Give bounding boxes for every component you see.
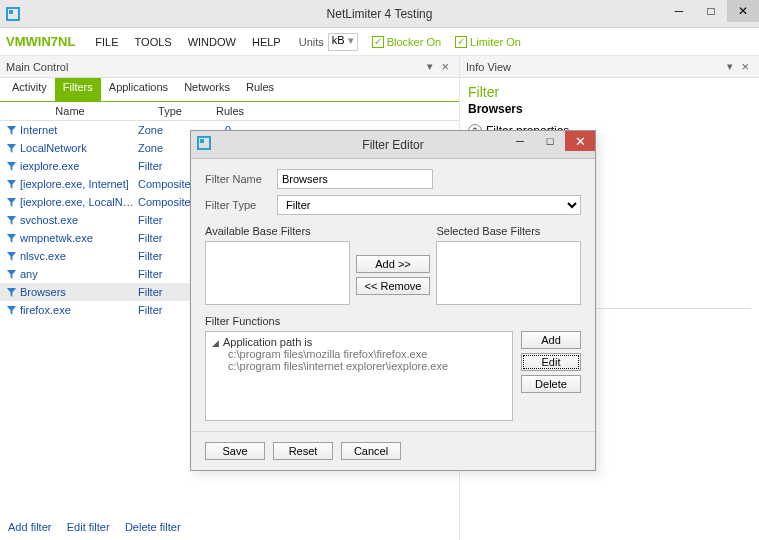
window-controls: ─ □ ✕ (663, 0, 759, 28)
selected-filters-label: Selected Base Filters (436, 225, 581, 237)
col-name[interactable]: Name (0, 102, 140, 120)
filter-functions-tree[interactable]: ◢Application path is c:\program files\mo… (205, 331, 513, 421)
row-name: LocalNetwork (18, 142, 138, 154)
row-type: Zone (138, 142, 198, 154)
row-name: [iexplore.exe, LocalNet… (18, 196, 138, 208)
dialog-title: Filter Editor (362, 138, 423, 152)
add-function-button[interactable]: Add (521, 331, 581, 349)
filter-name-label: Filter Name (205, 173, 277, 185)
row-name: Internet (18, 124, 138, 136)
app-icon (6, 7, 20, 21)
tab-networks[interactable]: Networks (176, 78, 238, 101)
row-type: Filter (138, 304, 198, 316)
pin-icon[interactable]: ▾ (723, 60, 737, 73)
row-name: wmpnetwk.exe (18, 232, 138, 244)
grid-header: Name Type Rules (0, 102, 459, 121)
pane-header: Main Control ▾ × (0, 56, 459, 78)
filter-type-select[interactable]: Filter (277, 195, 581, 215)
tab-strip: Activity Filters Applications Networks R… (0, 78, 459, 102)
cancel-button[interactable]: Cancel (341, 442, 401, 460)
available-filters-label: Available Base Filters (205, 225, 350, 237)
info-subheading: Browsers (460, 102, 759, 122)
save-button[interactable]: Save (205, 442, 265, 460)
row-name: any (18, 268, 138, 280)
tab-rules[interactable]: Rules (238, 78, 282, 101)
row-type: Filter (138, 250, 198, 262)
row-type: Filter (138, 232, 198, 244)
pane-title: Info View (466, 61, 511, 73)
funnel-icon (4, 214, 18, 227)
funnel-icon (4, 124, 18, 137)
tree-node[interactable]: ◢Application path is (212, 336, 506, 348)
minimize-button[interactable]: ─ (505, 131, 535, 151)
filter-type-label: Filter Type (205, 199, 277, 211)
limiter-toggle[interactable]: Limiter On (455, 36, 521, 48)
col-type[interactable]: Type (140, 102, 200, 120)
close-pane-icon[interactable]: × (737, 59, 753, 74)
funnel-icon (4, 196, 18, 209)
titlebar: NetLimiter 4 Testing ─ □ ✕ (0, 0, 759, 28)
available-filters-list[interactable] (205, 241, 350, 305)
close-button[interactable]: ✕ (727, 0, 759, 22)
units-select[interactable]: kB ▾ (328, 33, 358, 51)
funnel-icon (4, 286, 18, 299)
svg-rect-1 (9, 10, 13, 14)
edit-filter-link[interactable]: Edit filter (67, 521, 110, 533)
delete-filter-link[interactable]: Delete filter (125, 521, 181, 533)
add-base-button[interactable]: Add >> (356, 255, 431, 273)
reset-button[interactable]: Reset (273, 442, 333, 460)
blocker-toggle[interactable]: Blocker On (372, 36, 441, 48)
tab-activity[interactable]: Activity (4, 78, 55, 101)
col-rules[interactable]: Rules (200, 102, 260, 120)
svg-rect-3 (200, 139, 204, 143)
row-name: [iexplore.exe, Internet] (18, 178, 138, 190)
pin-icon[interactable]: ▾ (423, 60, 437, 73)
tree-path[interactable]: c:\program files\mozilla firefox\firefox… (212, 348, 506, 360)
host-label: VMWIN7NL (6, 34, 75, 49)
checkbox-icon (455, 36, 467, 48)
row-type: Filter (138, 286, 198, 298)
selected-filters-list[interactable] (436, 241, 581, 305)
dialog-titlebar[interactable]: Filter Editor ─ □ ✕ (191, 131, 595, 159)
menu-window[interactable]: WINDOW (182, 34, 242, 50)
add-filter-link[interactable]: Add filter (8, 521, 51, 533)
maximize-button[interactable]: □ (535, 131, 565, 151)
row-name: nlsvc.exe (18, 250, 138, 262)
checkbox-icon (372, 36, 384, 48)
row-name: iexplore.exe (18, 160, 138, 172)
row-type: Filter (138, 214, 198, 226)
triangle-icon: ◢ (212, 338, 219, 348)
close-button[interactable]: ✕ (565, 131, 595, 151)
menu-tools[interactable]: TOOLS (129, 34, 178, 50)
filter-name-input[interactable] (277, 169, 433, 189)
row-type: Filter (138, 160, 198, 172)
pane-header: Info View ▾ × (460, 56, 759, 78)
pane-title: Main Control (6, 61, 68, 73)
edit-function-button[interactable]: Edit (521, 353, 581, 371)
menu-file[interactable]: FILE (89, 34, 124, 50)
units-label: Units (299, 36, 324, 48)
row-type: Filter (138, 268, 198, 280)
minimize-button[interactable]: ─ (663, 0, 695, 22)
maximize-button[interactable]: □ (695, 0, 727, 22)
menu-help[interactable]: HELP (246, 34, 287, 50)
filter-functions-label: Filter Functions (205, 315, 581, 327)
filter-editor-dialog: Filter Editor ─ □ ✕ Filter Name Filter T… (190, 130, 596, 471)
menubar: VMWIN7NL FILE TOOLS WINDOW HELP Units kB… (0, 28, 759, 56)
remove-base-button[interactable]: << Remove (356, 277, 431, 295)
funnel-icon (4, 304, 18, 317)
row-type: Zone (138, 124, 198, 136)
tab-filters[interactable]: Filters (55, 78, 101, 101)
delete-function-button[interactable]: Delete (521, 375, 581, 393)
tree-path[interactable]: c:\program files\internet explorer\iexpl… (212, 360, 506, 372)
tab-applications[interactable]: Applications (101, 78, 176, 101)
row-name: firefox.exe (18, 304, 138, 316)
footer-actions: Add filter Edit filter Delete filter (0, 514, 459, 540)
app-icon (197, 136, 211, 153)
funnel-icon (4, 250, 18, 263)
funnel-icon (4, 178, 18, 191)
info-heading: Filter (460, 78, 759, 102)
close-pane-icon[interactable]: × (437, 59, 453, 74)
funnel-icon (4, 268, 18, 281)
row-type: Composite (138, 178, 198, 190)
